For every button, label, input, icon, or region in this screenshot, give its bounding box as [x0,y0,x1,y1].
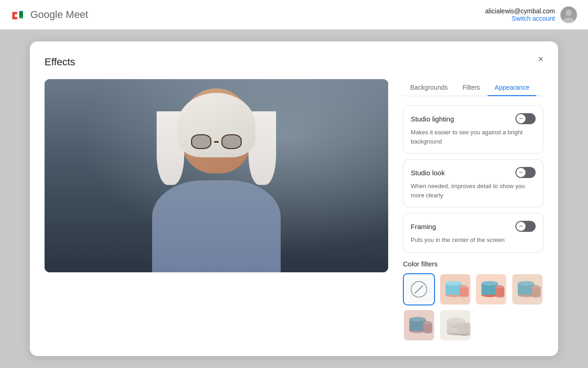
framing-header: Framing [411,221,536,232]
tabs: Backgrounds Filters Appearance [403,79,543,96]
account-email: alicialewis@cymbal.com [485,7,555,15]
studio-look-desc: When needed, improves detail to show you… [411,182,536,200]
right-panel: Backgrounds Filters Appearance Studio li… [403,79,543,341]
video-preview [45,79,388,272]
framing-toggle[interactable] [515,221,536,232]
nose-bridge [214,141,219,143]
close-button[interactable]: × [532,51,549,67]
svg-line-5 [415,286,423,293]
color-filter-none[interactable] [403,273,435,305]
framing-card: Framing Puts you in the center of the sc… [403,213,543,253]
google-meet-logo-icon [11,7,26,22]
svg-point-3 [565,10,572,16]
modal-body: Backgrounds Filters Appearance Studio li… [45,79,543,341]
color-filters-title: Color filters [403,260,543,268]
svg-point-9 [446,281,462,286]
video-preview-inner [45,79,388,272]
tab-backgrounds[interactable]: Backgrounds [403,79,455,96]
switch-account-link[interactable]: Switch account [485,15,555,22]
studio-look-toggle[interactable] [515,167,536,178]
topbar-right: alicialewis@cymbal.com Switch account [485,6,577,23]
topbar-left: Google Meet [11,7,88,22]
color-filter-5[interactable] [439,309,471,341]
studio-lighting-desc: Makes it easier to see you against a bri… [411,128,536,146]
framing-toggle-knob [516,222,526,231]
svg-point-37 [423,322,432,324]
studio-look-name: Studio look [411,169,445,177]
color-filter-3[interactable] [511,273,543,305]
person-figure [115,79,317,272]
lens-right [221,134,242,149]
svg-point-21 [495,286,504,288]
studio-look-toggle-wrap [515,167,536,178]
color-filters-section: Color filters [403,260,543,341]
color-filter-2[interactable] [475,273,507,305]
studio-lighting-header: Studio lighting [411,113,536,124]
studio-look-card: Studio look When needed, improves detail… [403,159,543,207]
modal-title: Effects [45,56,543,68]
topbar: Google Meet alicialewis@cymbal.com Switc… [0,0,588,29]
svg-point-25 [518,281,534,286]
svg-point-33 [409,317,426,322]
tab-filters[interactable]: Filters [455,79,487,96]
studio-lighting-card: Studio lighting Makes it easier to see y… [403,105,543,154]
user-avatar[interactable] [560,6,577,23]
studio-look-header: Studio look [411,167,536,178]
svg-point-13 [459,286,469,288]
svg-point-29 [531,286,541,288]
effects-modal: Effects × [30,41,558,356]
close-icon: × [538,54,543,64]
person-shirt [152,180,281,272]
framing-desc: Puts you in the center of the screen [411,236,536,245]
color-filter-1[interactable] [439,273,471,305]
framing-name: Framing [411,223,436,230]
modal-overlay: Effects × [0,29,588,368]
studio-lighting-toggle-wrap [515,113,536,124]
person-head [180,88,253,173]
glasses [191,134,242,149]
studio-lighting-name: Studio lighting [411,115,454,123]
studio-lighting-toggle[interactable] [515,113,536,124]
svg-point-17 [481,281,498,286]
color-filter-4[interactable] [403,309,435,341]
no-filter-icon [411,281,427,298]
studio-lighting-toggle-knob [516,114,526,123]
lens-left [191,134,211,149]
tab-appearance[interactable]: Appearance [487,79,537,96]
framing-toggle-wrap [515,221,536,232]
studio-look-toggle-knob [516,168,526,177]
svg-rect-45 [458,324,470,334]
app-name: Google Meet [30,9,88,21]
account-info: alicialewis@cymbal.com Switch account [485,7,555,22]
svg-point-41 [447,318,465,322]
color-filters-grid [403,273,543,341]
